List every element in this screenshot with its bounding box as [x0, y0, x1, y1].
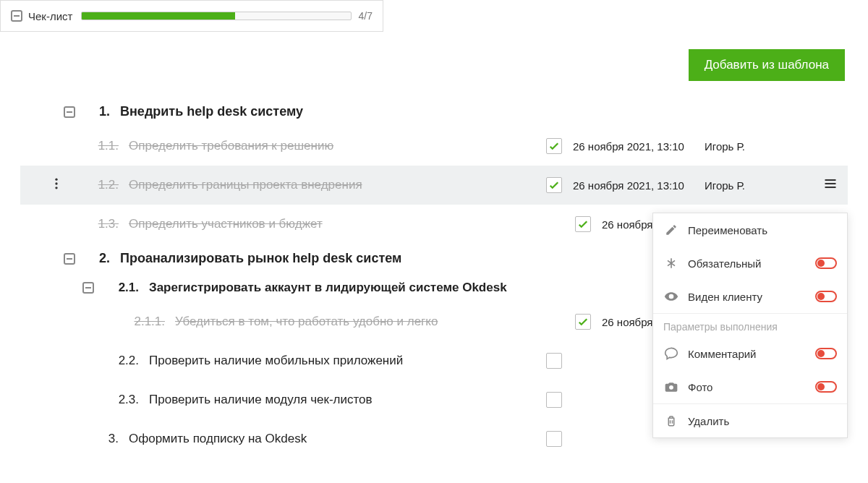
item-label: Оформить подписку на Okdesk — [129, 432, 541, 446]
camera-icon — [663, 379, 679, 395]
item-number: 3. — [93, 432, 119, 446]
item-date: 26 ноября 2021, 13:10 — [567, 179, 705, 192]
minus-square-icon — [11, 10, 22, 22]
item-context-menu: Переименовать Обязательный Виден клиенту… — [652, 213, 848, 438]
item-date: 26 ноября 2021, 13:10 — [567, 140, 705, 153]
menu-label: Виден клиенту — [688, 291, 807, 303]
drag-handle-icon[interactable] — [49, 176, 64, 195]
menu-section-label: Параметры выполнения — [653, 313, 847, 337]
item-user: Игорь Р. — [705, 179, 813, 192]
progress-counter: 4/7 — [359, 10, 373, 22]
item-label: Проверить наличие мобильных приложений — [149, 354, 541, 368]
menu-comment[interactable]: Комментарий — [653, 337, 847, 370]
svg-point-6 — [55, 187, 57, 189]
pencil-icon — [663, 222, 679, 238]
checklist-item[interactable]: 1.1. Определить требования к решению 26 … — [20, 127, 848, 166]
checklist-tab[interactable]: Чек-лист 4/7 — [0, 0, 383, 32]
item-number: 2.2. — [113, 354, 139, 368]
item-label: Определить требования к решению — [129, 139, 541, 153]
item-user: Игорь Р. — [705, 140, 813, 153]
menu-rename[interactable]: Переименовать — [653, 213, 847, 247]
trash-icon — [663, 413, 679, 429]
menu-label: Переименовать — [688, 224, 837, 236]
toggle-off[interactable] — [815, 381, 837, 393]
svg-point-14 — [669, 385, 673, 390]
tab-title: Чек-лист — [28, 10, 72, 22]
eye-icon — [663, 288, 679, 304]
menu-visible-client[interactable]: Виден клиенту — [653, 280, 847, 313]
collapse-icon[interactable] — [64, 253, 75, 265]
toggle-off[interactable] — [815, 291, 837, 302]
progress-bar — [81, 12, 351, 20]
menu-photo[interactable]: Фото — [653, 370, 847, 403]
item-label: Убедиться в том, что работать удобно и л… — [175, 315, 570, 329]
section-number: 2. — [84, 251, 110, 266]
section-label: Внедрить help desk систему — [120, 104, 848, 119]
collapse-icon[interactable] — [82, 282, 94, 294]
menu-label: Фото — [688, 381, 807, 393]
item-number: 2.1.1. — [129, 315, 165, 329]
item-label: Определить участников и бюджет — [129, 217, 570, 231]
toggle-off[interactable] — [815, 257, 837, 269]
toggle-off[interactable] — [815, 348, 837, 359]
menu-delete[interactable]: Удалить — [653, 404, 847, 437]
item-checkbox[interactable] — [546, 392, 562, 408]
item-checkbox[interactable] — [546, 431, 562, 447]
item-number: 1.1. — [93, 139, 119, 153]
section-header[interactable]: 1. Внедрить help desk систему — [20, 97, 848, 127]
item-checkbox[interactable] — [546, 177, 562, 193]
item-label: Проверить наличие модуля чек-листов — [149, 393, 541, 407]
item-menu-icon[interactable] — [823, 176, 838, 195]
svg-point-5 — [55, 182, 57, 184]
menu-label: Обязательный — [688, 257, 807, 270]
speech-bubble-icon — [663, 346, 679, 362]
svg-point-4 — [55, 178, 57, 180]
item-checkbox[interactable] — [546, 353, 562, 369]
checklist-item[interactable]: 1.2. Определить границы проекта внедрени… — [20, 166, 848, 205]
asterisk-icon — [663, 255, 679, 271]
progress-fill — [82, 12, 235, 20]
collapse-icon[interactable] — [64, 106, 75, 118]
item-number: 1.3. — [93, 217, 119, 231]
menu-required[interactable]: Обязательный — [653, 247, 847, 280]
item-checkbox[interactable] — [575, 314, 591, 330]
section-number: 2.1. — [103, 281, 139, 295]
item-number: 2.3. — [113, 393, 139, 407]
item-label: Определить границы проекта внедрения — [129, 178, 541, 192]
menu-label: Комментарий — [688, 348, 807, 360]
item-checkbox[interactable] — [575, 216, 591, 232]
add-from-template-button[interactable]: Добавить из шаблона — [689, 49, 845, 81]
section-number: 1. — [84, 104, 110, 119]
item-checkbox[interactable] — [546, 138, 562, 154]
menu-label: Удалить — [688, 415, 837, 427]
item-number: 1.2. — [93, 178, 119, 192]
progress: 4/7 — [81, 10, 373, 22]
